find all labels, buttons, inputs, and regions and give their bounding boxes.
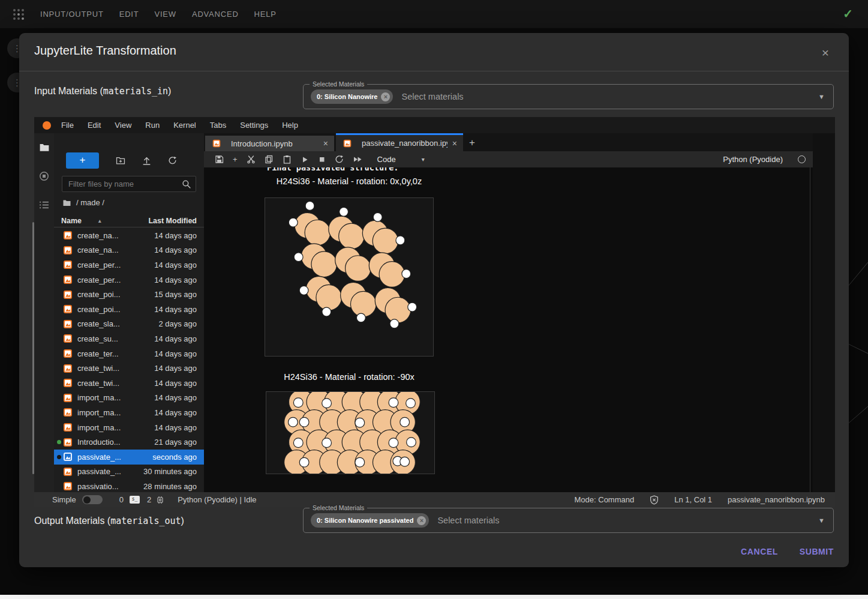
menu-edit[interactable]: EDIT (119, 10, 139, 19)
column-last-modified[interactable]: Last Modified (148, 217, 197, 225)
file-row[interactable]: create_poi...14 days ago (54, 302, 204, 317)
file-row[interactable]: create_su...14 days ago (54, 331, 204, 346)
file-modified: 2 days ago (158, 319, 197, 328)
active-file-name[interactable]: passivate_nanoribbon.ipynb (728, 495, 825, 504)
copy-icon[interactable] (265, 155, 274, 164)
file-name: passivate_... (77, 453, 148, 462)
file-row[interactable]: import_ma...14 days ago (54, 405, 204, 420)
jp-menu-kernel[interactable]: Kernel (173, 121, 196, 130)
submit-button[interactable]: SUBMIT (800, 547, 834, 556)
jp-menu-view[interactable]: View (115, 121, 131, 130)
refresh-icon[interactable] (168, 156, 177, 165)
breadcrumb[interactable]: / made / (62, 198, 104, 207)
file-row[interactable]: create_ter...14 days ago (54, 346, 204, 361)
file-browser-icon[interactable] (39, 142, 50, 152)
app-grid-icon[interactable] (12, 8, 25, 21)
kernel-status-text[interactable]: Python (Pyodide) | Idle (178, 495, 256, 504)
jp-menu-tabs[interactable]: Tabs (210, 121, 226, 130)
output-materials-select[interactable]: Selected Materials 0: Silicon Nanowire p… (303, 508, 834, 533)
new-tab-icon[interactable]: + (469, 137, 475, 149)
menu-input-output[interactable]: INPUT/OUTPUT (40, 10, 104, 19)
chevron-down-icon[interactable]: ▾ (422, 156, 425, 163)
file-row[interactable]: create_twi...14 days ago (54, 361, 204, 376)
jp-menu-help[interactable]: Help (282, 121, 298, 130)
kernel-status-icon[interactable] (798, 155, 806, 163)
dropdown-caret-icon[interactable]: ▼ (818, 517, 825, 524)
file-name: import_ma... (77, 423, 149, 432)
new-folder-icon[interactable] (116, 156, 125, 164)
table-of-contents-icon[interactable] (39, 200, 49, 209)
running-kernels-icon[interactable] (39, 171, 49, 181)
menu-help[interactable]: HELP (254, 10, 277, 19)
file-row[interactable]: create_twi...14 days ago (54, 376, 204, 391)
file-row[interactable]: passivate_...30 minutes ago (54, 465, 204, 480)
chip-delete-icon[interactable]: × (381, 92, 390, 101)
file-row[interactable]: passivatio...28 minutes ago (54, 479, 204, 492)
material-chip[interactable]: 0: Silicon Nanowire × (311, 89, 393, 104)
dot-spacer (57, 352, 61, 356)
input-materials-select[interactable]: Selected Materials 0: Silicon Nanowire ×… (303, 84, 834, 109)
file-list[interactable]: create_na...14 days agocreate_na...14 da… (54, 228, 204, 492)
file-row[interactable]: import_ma...14 days ago (54, 391, 204, 406)
file-row[interactable]: Introductio...21 days ago (54, 435, 204, 450)
tab-close-icon[interactable]: × (452, 139, 457, 148)
jp-menu-run[interactable]: Run (145, 121, 160, 130)
file-modified: 14 days ago (154, 260, 197, 269)
cell-type-select[interactable]: Code (377, 155, 396, 164)
insert-cell-icon[interactable]: + (233, 155, 238, 164)
menu-advanced[interactable]: ADVANCED (192, 10, 239, 19)
new-launcher-button[interactable]: + (66, 152, 99, 169)
file-name: Introductio... (77, 438, 149, 447)
jp-menu-file[interactable]: File (61, 121, 74, 130)
file-filter-input[interactable] (62, 179, 182, 188)
notebook-file-icon (64, 305, 72, 313)
file-modified: 30 minutes ago (143, 467, 197, 476)
notebook-content[interactable]: Final passivated structure: H24Si36 - Ma… (204, 167, 813, 492)
trust-shield-icon[interactable] (650, 495, 659, 505)
file-row[interactable]: create_na...14 days ago (54, 243, 204, 258)
tab-passivate-nanoribbon[interactable]: passivate_nanoribbon.ipynb × (336, 133, 463, 151)
file-row[interactable]: create_poi...15 days ago (54, 287, 204, 302)
menu-view[interactable]: VIEW (154, 10, 176, 19)
upload-icon[interactable] (142, 156, 151, 165)
file-row[interactable]: create_na...14 days ago (54, 228, 204, 243)
kernel-dot-icon (57, 440, 61, 444)
terminals-count[interactable]: 0 (119, 495, 124, 504)
dot-spacer (57, 426, 61, 430)
chip-delete-icon[interactable]: × (417, 516, 426, 525)
jupyterlab-embed: File Edit View Run Kernel Tabs Settings … (34, 117, 835, 507)
tab-close-icon[interactable]: × (323, 139, 328, 148)
cursor-position[interactable]: Ln 1, Col 1 (674, 495, 712, 504)
check-icon[interactable]: ✓ (843, 7, 853, 21)
stop-icon[interactable] (318, 155, 326, 163)
jp-menu-edit[interactable]: Edit (88, 121, 101, 130)
file-modified: 14 days ago (154, 334, 197, 343)
kernel-name[interactable]: Python (Pyodide) (723, 155, 783, 164)
save-icon[interactable] (215, 155, 224, 164)
notebook-mode[interactable]: Mode: Command (575, 495, 635, 504)
paste-icon[interactable] (283, 155, 292, 164)
file-modified: 15 days ago (154, 290, 197, 299)
dropdown-caret-icon[interactable]: ▼ (818, 93, 825, 100)
notebook-scrollbar[interactable] (810, 167, 810, 492)
run-icon[interactable] (301, 155, 309, 164)
sort-ascending-icon[interactable]: ▴ (98, 218, 101, 224)
notebook-file-icon (64, 423, 72, 432)
material-chip[interactable]: 0: Silicon Nanowire passivated × (311, 513, 429, 528)
close-icon[interactable]: × (818, 45, 833, 61)
tab-introduction[interactable]: Introduction.ipynb × (205, 136, 334, 151)
simple-mode-toggle[interactable] (82, 495, 103, 504)
file-row[interactable]: create_sla...2 days ago (54, 317, 204, 332)
file-row[interactable]: create_per...14 days ago (54, 257, 204, 272)
jp-menu-settings[interactable]: Settings (240, 121, 268, 130)
run-all-icon[interactable] (353, 155, 362, 163)
file-row[interactable]: import_ma...14 days ago (54, 420, 204, 435)
cut-icon[interactable] (247, 155, 256, 164)
dot-spacer (57, 337, 61, 341)
cancel-button[interactable]: CANCEL (741, 547, 778, 556)
column-name[interactable]: Name (61, 217, 82, 225)
restart-kernel-icon[interactable] (335, 155, 344, 164)
file-row[interactable]: passivate_...seconds ago (54, 450, 204, 465)
kernels-count[interactable]: 2 (147, 495, 151, 504)
file-row[interactable]: create_per...14 days ago (54, 272, 204, 287)
